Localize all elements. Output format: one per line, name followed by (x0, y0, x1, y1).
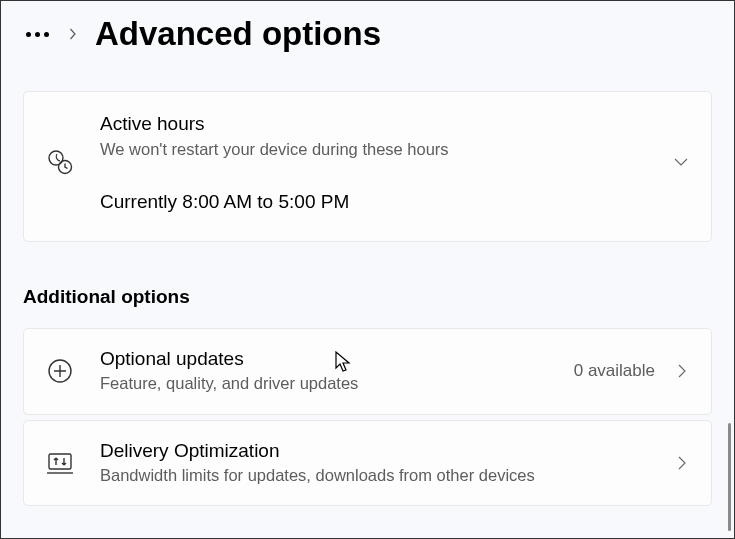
page-title: Advanced options (95, 15, 381, 53)
delivery-optimization-body: Delivery Optimization Bandwidth limits f… (100, 439, 649, 488)
chevron-right-icon (675, 456, 689, 470)
chevron-right-icon (675, 364, 689, 378)
optional-updates-subtitle: Feature, quality, and driver updates (100, 372, 548, 395)
active-hours-card[interactable]: Active hours We won't restart your devic… (23, 91, 712, 242)
optional-updates-right: 0 available (574, 361, 689, 381)
optional-updates-title: Optional updates (100, 347, 548, 372)
optional-updates-body: Optional updates Feature, quality, and d… (100, 347, 548, 396)
scrollbar[interactable] (728, 423, 731, 531)
breadcrumb-chevron-icon (67, 28, 79, 40)
content: Active hours We won't restart your devic… (1, 61, 734, 506)
active-hours-subtitle: We won't restart your device during thes… (100, 138, 647, 161)
active-hours-right (673, 154, 689, 170)
delivery-optimization-card[interactable]: Delivery Optimization Bandwidth limits f… (23, 420, 712, 507)
plus-circle-icon (46, 358, 74, 384)
active-hours-detail: Currently 8:00 AM to 5:00 PM (100, 191, 647, 213)
chevron-down-icon (673, 154, 689, 170)
optional-updates-card[interactable]: Optional updates Feature, quality, and d… (23, 328, 712, 415)
additional-options-heading: Additional options (23, 286, 712, 308)
svg-rect-3 (49, 454, 71, 469)
active-hours-icon (46, 148, 74, 176)
delivery-optimization-right (675, 456, 689, 470)
delivery-optimization-icon (46, 451, 74, 475)
header: Advanced options (1, 1, 734, 61)
active-hours-title: Active hours (100, 112, 647, 137)
delivery-optimization-title: Delivery Optimization (100, 439, 649, 464)
delivery-optimization-subtitle: Bandwidth limits for updates, downloads … (100, 464, 649, 487)
optional-updates-value: 0 available (574, 361, 655, 381)
active-hours-body: Active hours We won't restart your devic… (100, 112, 647, 213)
breadcrumb-ellipsis-icon[interactable] (23, 32, 51, 37)
